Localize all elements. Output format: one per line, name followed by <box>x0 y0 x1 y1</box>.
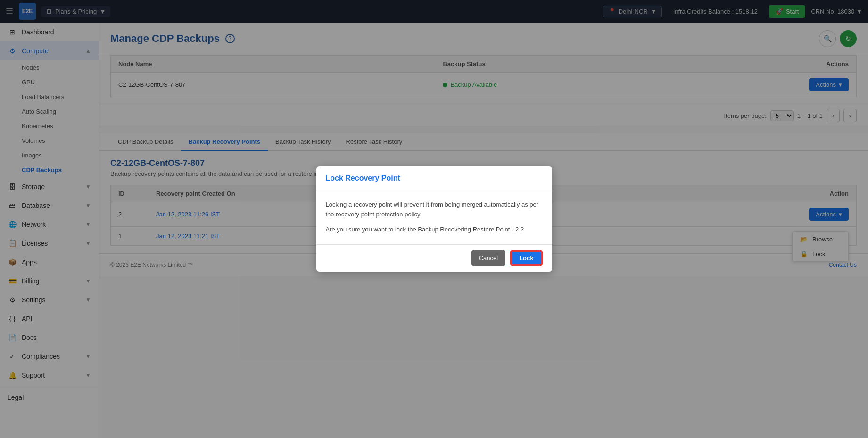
cancel-button[interactable]: Cancel <box>471 250 505 266</box>
lock-recovery-point-modal: Lock Recovery Point Locking a recovery p… <box>316 166 552 272</box>
lock-confirm-button[interactable]: Lock <box>510 250 542 266</box>
modal-body-line2: Are you sure you want to lock the Backup… <box>326 225 543 235</box>
modal-overlay: Lock Recovery Point Locking a recovery p… <box>0 0 868 438</box>
modal-footer: Cancel Lock <box>316 244 552 272</box>
modal-title: Lock Recovery Point <box>326 174 543 182</box>
modal-body: Locking a recovery point will prevent it… <box>316 190 552 244</box>
modal-body-line1: Locking a recovery point will prevent it… <box>326 200 543 220</box>
modal-header: Lock Recovery Point <box>316 166 552 190</box>
